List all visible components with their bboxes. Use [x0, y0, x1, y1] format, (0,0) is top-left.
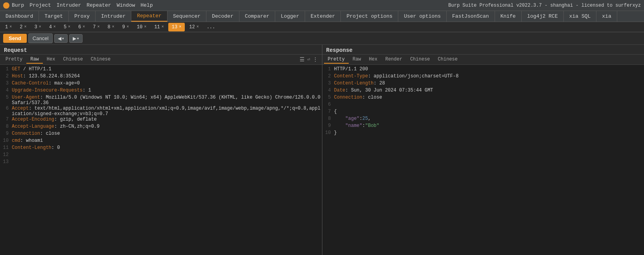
- request-tab-chinese1[interactable]: Chinese: [59, 56, 86, 64]
- request-line: 9Connection: close: [0, 131, 322, 138]
- main-nav-tab-fastjsonscan[interactable]: FastJsonScan: [447, 11, 495, 22]
- request-line: 6Accept: text/html,application/xhtml+xml…: [0, 106, 322, 117]
- repeater-tab-6[interactable]: 6 ×: [75, 23, 88, 31]
- request-line: 2Host: 123.58.224.8:35264: [0, 73, 322, 81]
- response-line: 4Date: Sun, 30 Jun 2024 07:35:44 GMT: [322, 88, 644, 95]
- main-nav-tab-knife[interactable]: Knife: [495, 11, 522, 22]
- menu-window[interactable]: Window: [117, 2, 135, 8]
- request-code-area[interactable]: 1GET / HTTP/1.12Host: 123.58.224.8:35264…: [0, 65, 322, 255]
- response-line: 8 "age":25,: [322, 116, 644, 123]
- menu-help[interactable]: Help: [140, 2, 153, 8]
- main-nav-tab-project-options[interactable]: Project options: [341, 11, 398, 22]
- repeater-tab-11[interactable]: 11 ×: [151, 23, 167, 31]
- repeater-tab-...[interactable]: ...: [203, 23, 219, 31]
- menu-intruder[interactable]: Intruder: [57, 2, 81, 8]
- repeater-tab-13[interactable]: 13 ×: [168, 23, 185, 31]
- send-button[interactable]: Send: [3, 34, 27, 43]
- response-line: 1HTTP/1.1 200: [322, 66, 644, 73]
- request-tab-chinese2[interactable]: Chinese: [87, 56, 114, 64]
- request-line: 10cmd: whoami: [0, 138, 322, 145]
- menu-items: Burp Project Intruder Repeater Window He…: [12, 2, 153, 8]
- request-line: 11Content-Length: 0: [0, 145, 322, 152]
- repeater-tab-10[interactable]: 10 ×: [133, 23, 150, 31]
- repeater-tab-4[interactable]: 4 ×: [46, 23, 59, 31]
- request-line: 3Cache-Control: max-age=0: [0, 81, 322, 88]
- main-nav-tab-extender[interactable]: Extender: [305, 11, 341, 22]
- repeater-tab-5[interactable]: 5 ×: [60, 23, 74, 31]
- main-nav-tab-comparer[interactable]: Comparer: [239, 11, 275, 22]
- prev-button[interactable]: ◀▾: [54, 34, 68, 43]
- main-nav-tab-sequencer[interactable]: Sequencer: [167, 11, 206, 22]
- main-nav-tab-repeater[interactable]: Repeater: [131, 11, 167, 22]
- app-title: Burp Suite Professional v2022.3.7 - shan…: [448, 3, 641, 8]
- request-line: 1GET / HTTP/1.1: [0, 66, 322, 73]
- main-nav-tab-xia[interactable]: xia: [596, 11, 617, 22]
- response-line: 6: [322, 102, 644, 109]
- response-tab-chinese2[interactable]: Chinese: [434, 56, 462, 64]
- response-code-area[interactable]: 1HTTP/1.1 2002Content-Type: application/…: [322, 65, 644, 255]
- request-line: 8Accept-Language: zh-CN,zh;q=0.9: [0, 124, 322, 131]
- request-line: 5User-Agent: Mozilla/5.0 (Windows NT 10.…: [0, 95, 322, 106]
- repeater-tab-12[interactable]: 12 ×: [186, 23, 202, 31]
- main-nav-tab-logger[interactable]: Logger: [275, 11, 305, 22]
- repeater-tab-row: 1 ×2 ×3 ×4 ×5 ×6 ×7 ×8 ×9 ×10 ×11 ×13 ×1…: [0, 22, 644, 32]
- repeater-tab-1[interactable]: 1 ×: [2, 23, 15, 31]
- menu-repeater[interactable]: Repeater: [86, 2, 111, 8]
- request-line: 12: [0, 152, 322, 159]
- response-line: 3Content-Length: 28: [322, 81, 644, 88]
- repeater-tab-2[interactable]: 2 ×: [16, 23, 30, 31]
- request-line: 7Accept-Encoding: gzip, deflate: [0, 117, 322, 124]
- repeater-tab-8[interactable]: 8 ×: [104, 23, 118, 31]
- repeater-tab-3[interactable]: 3 ×: [31, 23, 44, 31]
- response-line: 9 "name":"Bob": [322, 123, 644, 130]
- response-line: 2Content-Type: application/json;charset=…: [322, 73, 644, 81]
- main-nav: DashboardTargetProxyIntruderRepeaterSequ…: [0, 11, 644, 22]
- request-icon-list[interactable]: ☰: [300, 56, 305, 63]
- main-nav-tab-proxy[interactable]: Proxy: [69, 11, 96, 22]
- main-nav-tab-dashboard[interactable]: Dashboard: [0, 11, 39, 22]
- next-button[interactable]: ▶▾: [69, 34, 83, 43]
- response-title: Response: [322, 45, 644, 55]
- title-bar: Burp Project Intruder Repeater Window He…: [0, 0, 644, 11]
- request-icon-wrap[interactable]: ⏎: [307, 57, 310, 62]
- request-panel: Request Pretty Raw Hex Chinese Chinese ☰…: [0, 45, 322, 255]
- request-line: 13: [0, 159, 322, 166]
- burp-icon: [3, 2, 9, 9]
- response-tab-render[interactable]: Render: [381, 56, 406, 64]
- request-line: 4Upgrade-Insecure-Requests: 1: [0, 88, 322, 95]
- repeater-tab-9[interactable]: 9 ×: [119, 23, 132, 31]
- response-tab-chinese1[interactable]: Chinese: [406, 56, 434, 64]
- response-tab-hex[interactable]: Hex: [365, 56, 381, 64]
- request-tab-raw[interactable]: Raw: [26, 56, 43, 64]
- response-line: 5Connection: close: [322, 95, 644, 102]
- request-tab-hex[interactable]: Hex: [43, 56, 59, 64]
- response-tabs: Pretty Raw Hex Render Chinese Chinese: [322, 55, 644, 65]
- menu-burp[interactable]: Burp: [12, 2, 24, 8]
- repeater-tab-7[interactable]: 7 ×: [89, 23, 103, 31]
- response-panel: Response Pretty Raw Hex Render Chinese C…: [322, 45, 644, 255]
- main-nav-tab-log4j2-rce[interactable]: log4j2 RCE: [522, 11, 564, 22]
- response-tab-raw[interactable]: Raw: [349, 56, 365, 64]
- menu-project[interactable]: Project: [29, 2, 51, 8]
- main-nav-tab-xia-sql[interactable]: xia SQL: [564, 11, 597, 22]
- main-nav-tab-intruder[interactable]: Intruder: [96, 11, 131, 22]
- request-title: Request: [0, 45, 322, 55]
- cancel-button[interactable]: Cancel: [28, 33, 53, 43]
- content-area: Request Pretty Raw Hex Chinese Chinese ☰…: [0, 45, 644, 255]
- main-nav-tab-user-options[interactable]: User options: [398, 11, 447, 22]
- response-tab-pretty[interactable]: Pretty: [324, 56, 349, 64]
- main-nav-tab-target[interactable]: Target: [39, 11, 69, 22]
- response-line: 7{: [322, 109, 644, 116]
- request-tab-pretty[interactable]: Pretty: [2, 56, 26, 64]
- main-nav-tab-decoder[interactable]: Decoder: [206, 11, 239, 22]
- request-tabs: Pretty Raw Hex Chinese Chinese ☰ ⏎ ⋮: [0, 55, 322, 65]
- response-line: 10}: [322, 130, 644, 137]
- toolbar: Send Cancel ◀▾ ▶▾: [0, 32, 644, 45]
- request-icon-menu[interactable]: ⋮: [313, 56, 318, 63]
